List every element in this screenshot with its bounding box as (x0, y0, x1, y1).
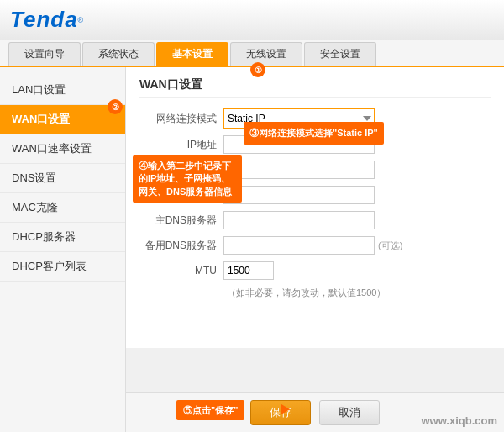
annotation-step1: ① (250, 62, 265, 77)
ip-label: IP地址 (139, 138, 223, 152)
subnet-input[interactable] (223, 161, 375, 179)
optional-text: (可选) (378, 240, 402, 252)
annotation-step5: ⑤点击"保存" (176, 400, 244, 421)
tab-system-status[interactable]: 系统状态 (82, 42, 155, 66)
annotation-step2: ② (108, 99, 123, 114)
tab-basic-settings[interactable]: 基本设置 (156, 42, 228, 66)
save-button[interactable]: 保存 (250, 400, 311, 425)
connection-mode-label: 网络连接模式 (139, 112, 223, 126)
sidebar-item-lan[interactable]: LAN口设置 (0, 76, 125, 105)
sidebar-item-dhcp-server[interactable]: DHCP服务器 (0, 223, 125, 252)
arrow-step5-icon (281, 404, 290, 417)
sidebar-item-dns[interactable]: DNS设置 (0, 164, 125, 193)
mtu-hint-row: （如非必要，请勿改动，默认值1500） (139, 287, 491, 299)
sidebar-item-dhcp-client[interactable]: DHCP客户列表 (0, 252, 125, 282)
sidebar-item-wan[interactable]: WAN口设置 (0, 105, 125, 134)
mtu-hint: （如非必要，请勿改动，默认值1500） (227, 287, 386, 299)
primary-dns-input[interactable] (223, 211, 375, 229)
section-title: WAN口设置 (139, 77, 491, 98)
header: Tenda® (0, 0, 504, 40)
sidebar-item-wan-speed[interactable]: WAN口速率设置 (0, 134, 125, 164)
annotation-step4: ④输入第二步中记录下的IP地址、子网掩码、网关、DNS服务器信息 (133, 155, 242, 203)
cancel-button[interactable]: 取消 (319, 400, 380, 425)
content: WAN口设置 网络连接模式 Static IP DHCP PPPoE (126, 67, 504, 348)
watermark: www.xiqb.com (421, 414, 497, 427)
annotation-step3: ③网络连接模式选择"Static IP" (244, 122, 384, 145)
tab-wireless-settings[interactable]: 无线设置 (230, 42, 302, 66)
mtu-input[interactable]: 1500 (223, 261, 274, 280)
backup-dns-row: 备用DNS服务器 (可选) (139, 236, 491, 255)
logo-tm: ® (78, 16, 84, 24)
backup-dns-input[interactable] (223, 236, 375, 255)
mtu-label: MTU (139, 265, 223, 277)
tab-security-settings[interactable]: 安全设置 (304, 42, 376, 66)
logo-text: Tenda (10, 7, 78, 33)
backup-dns-label: 备用DNS服务器 (139, 239, 223, 253)
sidebar-item-mac[interactable]: MAC克隆 (0, 193, 125, 223)
primary-dns-label: 主DNS服务器 (139, 213, 223, 228)
mtu-row: MTU 1500 (139, 261, 491, 280)
sidebar: LAN口设置 WAN口设置 WAN口速率设置 DNS设置 MAC克隆 DHCP服… (0, 67, 126, 432)
gateway-input[interactable] (223, 186, 375, 204)
logo: Tenda® (10, 7, 83, 33)
nav-tabs: 设置向导 系统状态 基本设置 无线设置 安全设置 (0, 40, 504, 67)
tab-setup-wizard[interactable]: 设置向导 (8, 42, 81, 66)
primary-dns-row: 主DNS服务器 (139, 211, 491, 229)
